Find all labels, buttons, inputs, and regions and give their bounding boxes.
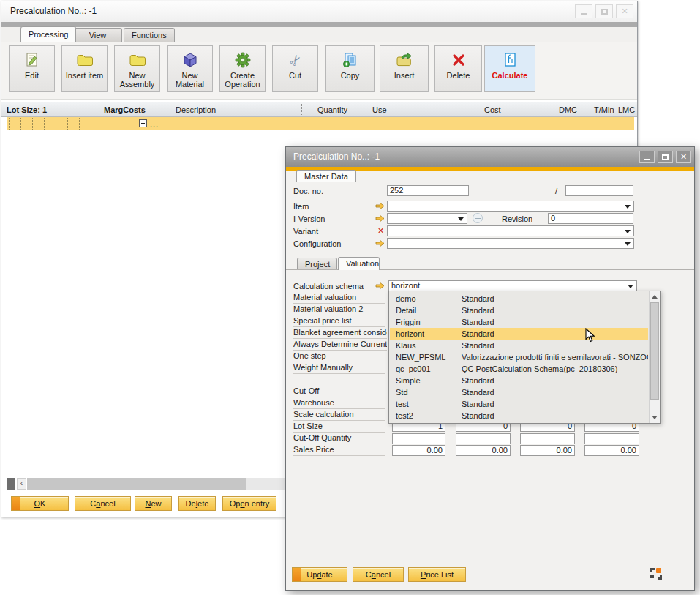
default-button-stripe (12, 497, 20, 510)
row-material-valuation-2: Material valuation 2 (293, 304, 385, 315)
tab-master-data[interactable]: Master Data (296, 170, 356, 182)
toolbar-button-delete[interactable]: Delete (434, 45, 482, 92)
dropdown-item[interactable]: StdStandard (390, 386, 648, 398)
variant-combo[interactable] (387, 225, 634, 236)
grid-col-lmc[interactable]: LMC (618, 105, 635, 114)
toolbar-button-insert[interactable]: Insert (380, 45, 429, 92)
grid-col-margcosts[interactable]: MargCosts (104, 105, 146, 114)
dropdown-scrollbar-thumb[interactable] (650, 302, 659, 400)
toolbar-button-copy[interactable]: Copy (325, 45, 375, 92)
close-button[interactable]: ✕ (676, 151, 691, 163)
dropdown-item[interactable]: testStandard (390, 398, 648, 410)
tab-processing[interactable]: Processing (20, 26, 76, 42)
item-label: Item (293, 202, 309, 211)
toolbar-button-create-operation[interactable]: Create Operation (219, 45, 266, 92)
minimize-button[interactable] (639, 151, 655, 163)
mouse-cursor (585, 328, 595, 344)
link-arrow-icon[interactable] (375, 239, 385, 249)
configuration-label: Configuration (293, 239, 341, 248)
choose-from-list-icon[interactable] (473, 213, 483, 223)
iversion-combo[interactable] (387, 213, 467, 224)
gear-icon (235, 50, 251, 70)
doc-no-suffix-field[interactable] (565, 185, 633, 196)
minimize-icon (644, 159, 650, 160)
cube-icon (182, 50, 198, 70)
dropdown-item[interactable]: SimpleStandard (390, 375, 648, 386)
cutoff-qty-field-1[interactable] (392, 433, 445, 444)
link-arrow-icon[interactable] (375, 202, 385, 212)
toolbar-button-insert-item[interactable]: Insert item (61, 45, 108, 92)
calc-schema-combo[interactable]: horizont (388, 280, 637, 291)
scroll-up-icon[interactable] (652, 295, 658, 299)
tab-functions[interactable]: Functions (124, 28, 175, 42)
item-combo[interactable] (387, 201, 634, 212)
sales-price-field-3[interactable]: 0.00 (520, 445, 575, 456)
column-separator[interactable] (170, 104, 170, 115)
open-entry-button[interactable]: Open entry (222, 496, 276, 511)
scroll-down-icon[interactable] (652, 416, 658, 419)
revision-label: Revision (502, 214, 532, 223)
delete-button[interactable]: Delete (178, 496, 216, 511)
sales-price-field-4[interactable]: 0.00 (584, 445, 639, 456)
price-list-button[interactable]: Price List (408, 567, 466, 582)
grid-col-quantity[interactable]: Quantity (317, 105, 347, 114)
configuration-combo[interactable] (387, 238, 634, 249)
grid-col-dmc[interactable]: DMC (559, 105, 577, 114)
scrollbar-gripper[interactable] (7, 478, 15, 490)
dropdown-scrollbar[interactable] (649, 291, 660, 423)
cutoff-qty-field-3[interactable] (520, 433, 575, 444)
red-x-icon: ✕ (377, 226, 384, 236)
toolbar-button-new-assembly[interactable]: New Assembly (114, 45, 160, 92)
tree-collapse-icon[interactable] (139, 119, 147, 127)
cutoff-qty-field-2[interactable] (456, 433, 511, 444)
cutoff-qty-field-4[interactable] (584, 433, 639, 444)
grid-col-cost[interactable]: Cost (484, 105, 501, 114)
scissors-icon: ✂ (290, 50, 301, 70)
new-button[interactable]: New (135, 496, 172, 511)
row-special-price-list: Special price list (293, 316, 385, 327)
dropdown-item[interactable]: test2Standard (390, 410, 648, 422)
toolbar-button-new-material[interactable]: New Material (167, 45, 213, 92)
row-scale-calculation: Scale calculation (293, 410, 385, 421)
maximize-button[interactable] (595, 4, 613, 18)
tab-view[interactable]: View (73, 28, 122, 42)
sales-price-field-2[interactable]: 0.00 (456, 445, 511, 456)
cancel-button[interactable]: Cancel (353, 567, 404, 582)
toolbar-button-calculate[interactable]: Calculate (484, 45, 535, 92)
red-x-icon (451, 50, 466, 70)
grid-col-use[interactable]: Use (372, 105, 387, 114)
grid-col-tmin[interactable]: T/Min (594, 105, 614, 114)
dropdown-item-selected[interactable]: horizontStandard (390, 328, 648, 340)
grid-col-description[interactable]: Description (176, 105, 216, 114)
dropdown-item[interactable]: FrigginStandard (390, 316, 648, 328)
dropdown-item[interactable]: DetailStandard (390, 304, 648, 316)
dropdown-item[interactable]: demoStandard (390, 293, 648, 304)
selected-grid-row[interactable]: ··· (7, 117, 634, 130)
copy-pages-icon (342, 50, 358, 70)
front-window-titlebar[interactable]: Precalculation No..: -1 ✕ (286, 147, 694, 167)
cancel-button[interactable]: Cancel (75, 496, 131, 511)
dropdown-item[interactable]: KlausStandard (390, 340, 648, 351)
dropdown-item[interactable]: qc_pc001QC PostCalculation Schema(pc_201… (390, 363, 648, 375)
dropdown-item[interactable]: NEW_PFSMLValorizzazione prodotti finiti … (390, 351, 648, 363)
toolbar-button-cut[interactable]: ✂ Cut (272, 45, 318, 92)
revision-field[interactable]: 0 (548, 213, 633, 224)
doc-no-field[interactable]: 252 (387, 185, 469, 196)
column-separator[interactable] (301, 104, 302, 115)
minimize-button[interactable] (575, 4, 592, 18)
scroll-left-button[interactable]: ‹ (17, 478, 26, 490)
link-arrow-icon[interactable] (375, 282, 385, 291)
link-arrow-icon[interactable] (375, 214, 385, 224)
close-button[interactable]: ✕ (616, 4, 633, 18)
toolbar-button-edit[interactable]: Edit (9, 45, 55, 92)
tab-valuation[interactable]: Valuation (338, 257, 380, 270)
scrollbar-thumb[interactable] (27, 478, 246, 490)
ok-button[interactable]: OK (11, 496, 69, 511)
maximize-button[interactable] (658, 151, 673, 163)
back-window-title: Precalculation No..: -1 (10, 6, 97, 16)
tab-project[interactable]: Project (297, 258, 337, 270)
update-button[interactable]: Update (292, 567, 347, 582)
back-window-titlebar[interactable]: Precalculation No..: -1 ✕ (1, 1, 637, 22)
sales-price-field-1[interactable]: 0.00 (392, 445, 445, 456)
expand-form-icon[interactable] (650, 567, 663, 582)
